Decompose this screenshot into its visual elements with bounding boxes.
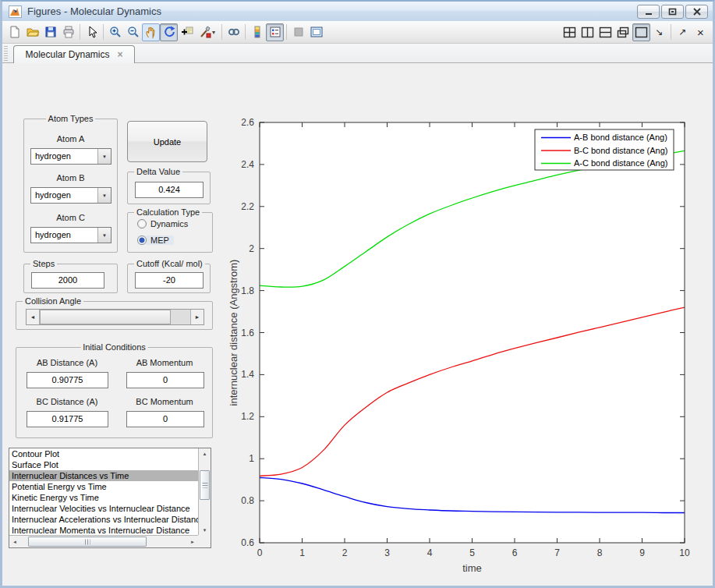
scroll-left-icon[interactable]: ◄ <box>9 536 20 547</box>
list-item[interactable]: Kinetic Energy vs Time <box>9 492 198 503</box>
insert-colorbar-button[interactable] <box>248 23 266 41</box>
layout-cascade-button[interactable] <box>614 23 632 41</box>
cutoff-field[interactable]: -20 <box>135 272 204 289</box>
svg-text:1: 1 <box>299 547 305 558</box>
tab-molecular-dynamics[interactable]: Molecular Dynamics × <box>13 45 135 63</box>
svg-text:8: 8 <box>597 547 603 558</box>
listbox-vertical-scrollbar[interactable]: ▲ ▼ <box>198 448 211 536</box>
tab-close-icon[interactable]: × <box>118 49 123 60</box>
undock-figure-button[interactable]: ↗ <box>674 23 692 41</box>
layout-split-rows-button[interactable] <box>596 23 614 41</box>
axes-window-icon <box>310 25 324 39</box>
figure-toolbar: ▾ <box>2 21 713 44</box>
svg-text:6: 6 <box>512 547 518 558</box>
atom-b-dropdown[interactable]: hydrogen ▼ <box>30 187 111 204</box>
tab-drag-grip[interactable] <box>4 46 8 61</box>
toolbar-separator <box>103 24 104 40</box>
insert-legend-button[interactable] <box>266 23 284 41</box>
slider-left-arrow-icon[interactable]: ◄ <box>27 310 40 324</box>
svg-text:0: 0 <box>257 547 263 558</box>
link-plot-button[interactable] <box>225 23 242 41</box>
brush-dropdown-caret-icon[interactable]: ▾ <box>212 29 219 36</box>
split-rows-icon <box>599 27 612 38</box>
vertical-scroll-thumb[interactable] <box>200 470 210 500</box>
atom-types-group: Atom Types Atom A hydrogen ▼ Atom B hydr… <box>23 119 118 253</box>
layout-grid-2x2-button[interactable] <box>561 23 579 41</box>
list-item[interactable]: Surface Plot <box>9 459 198 470</box>
pan-button[interactable] <box>142 23 160 41</box>
scrollbar-corner <box>198 535 211 547</box>
ab-momentum-label: AB Momentum <box>118 358 211 367</box>
svg-text:3: 3 <box>384 547 390 558</box>
zoom-out-button[interactable] <box>124 23 142 41</box>
svg-text:7: 7 <box>554 547 560 558</box>
svg-text:B-C bond distance (Ang): B-C bond distance (Ang) <box>574 146 667 155</box>
delta-value-field[interactable]: 0.424 <box>135 182 204 198</box>
collision-angle-slider[interactable]: ◄ ► <box>26 309 204 325</box>
ab-distance-field[interactable]: 0.90775 <box>27 372 108 388</box>
ab-momentum-field[interactable]: 0 <box>126 372 204 388</box>
radio-dynamics-icon[interactable] <box>137 219 147 228</box>
toolbar-separator <box>671 24 671 40</box>
slider-thumb[interactable] <box>40 310 171 324</box>
new-figure-button[interactable] <box>5 23 23 41</box>
data-cursor-button[interactable] <box>178 23 196 41</box>
zoom-in-button[interactable] <box>106 23 124 41</box>
list-item[interactable]: Internuclear Momenta vs Internuclear Dis… <box>9 525 198 536</box>
edit-plot-button[interactable] <box>83 23 101 41</box>
open-file-button[interactable] <box>23 23 41 41</box>
horizontal-scroll-thumb[interactable] <box>28 537 147 547</box>
update-button[interactable]: Update <box>127 121 207 162</box>
list-item[interactable]: Internuclear Distances vs Time <box>9 470 198 481</box>
slider-right-arrow-icon[interactable]: ► <box>190 310 204 324</box>
list-item[interactable]: Internuclear Velocities vs Internuclear … <box>9 503 198 514</box>
svg-text:2: 2 <box>249 243 254 254</box>
steps-group: Steps 2000 <box>23 264 118 293</box>
atom-b-value: hydrogen <box>35 190 71 200</box>
svg-text:internuclear distance (Angstro: internuclear distance (Angstrom) <box>228 260 239 406</box>
layout-split-columns-button[interactable] <box>579 23 596 41</box>
radio-mep-icon[interactable] <box>137 236 147 245</box>
radio-dynamics-row[interactable]: Dynamics <box>137 219 188 228</box>
scroll-down-icon[interactable]: ▼ <box>199 525 211 536</box>
save-figure-button[interactable] <box>41 23 59 41</box>
tab-bar: Molecular Dynamics × <box>2 44 713 63</box>
svg-text:2: 2 <box>342 547 348 558</box>
rotate-3d-button[interactable] <box>160 23 178 41</box>
brush-data-button[interactable] <box>196 23 214 41</box>
chevron-down-icon[interactable]: ▼ <box>97 228 111 243</box>
close-figure-button[interactable]: × <box>692 23 710 41</box>
restore-button[interactable] <box>661 5 684 19</box>
show-plot-tools-button[interactable] <box>307 23 325 41</box>
atom-a-dropdown[interactable]: hydrogen ▼ <box>30 148 111 165</box>
close-button[interactable] <box>685 5 708 19</box>
atom-a-value: hydrogen <box>35 151 71 161</box>
scroll-up-icon[interactable]: ▲ <box>199 448 211 459</box>
minimize-button[interactable] <box>637 5 660 19</box>
print-figure-button[interactable] <box>59 23 77 41</box>
chevron-down-icon[interactable]: ▼ <box>97 149 111 164</box>
svg-text:5: 5 <box>469 547 475 558</box>
delta-value-legend: Delta Value <box>134 167 182 176</box>
listbox-horizontal-scrollbar[interactable]: ◄ ► <box>9 535 198 547</box>
list-item[interactable]: Internuclear Accelerations vs Internucle… <box>9 514 198 525</box>
atom-c-dropdown[interactable]: hydrogen ▼ <box>30 227 111 243</box>
zoom-out-icon <box>126 25 140 39</box>
bc-momentum-field[interactable]: 0 <box>126 411 204 427</box>
data-cursor-icon <box>180 25 194 39</box>
rotate-3d-icon <box>162 25 176 39</box>
bc-distance-field[interactable]: 0.91775 <box>27 411 108 427</box>
svg-text:A-B bond distance (Ang): A-B bond distance (Ang) <box>574 133 667 142</box>
chevron-down-icon[interactable]: ▼ <box>97 188 111 203</box>
radio-mep-row[interactable]: MEP <box>137 236 174 245</box>
scroll-right-icon[interactable]: ► <box>187 536 198 547</box>
legend-icon <box>268 25 282 39</box>
list-item[interactable]: Contour Plot <box>9 448 198 459</box>
title-bar: Figures - Molecular Dynamics <box>2 2 713 21</box>
list-item[interactable]: Potential Energy vs Time <box>9 481 198 492</box>
layout-single-pane-button[interactable] <box>632 23 650 41</box>
dock-arrow-button[interactable]: ↘ <box>650 23 668 41</box>
steps-field[interactable]: 2000 <box>31 272 104 289</box>
svg-text:2.4: 2.4 <box>241 159 254 170</box>
svg-text:1.4: 1.4 <box>241 369 254 380</box>
